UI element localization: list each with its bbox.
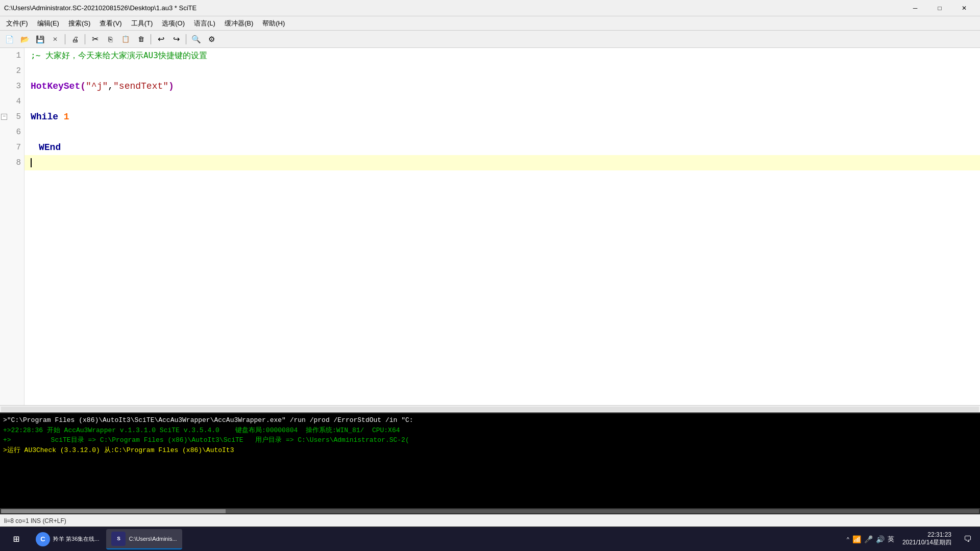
scite-icon: S bbox=[111, 532, 126, 546]
code-string-2: "sendText" bbox=[113, 81, 168, 91]
maximize-button[interactable]: □ bbox=[928, 1, 951, 15]
code-func-hotkeyset: HotKeySet bbox=[31, 81, 80, 91]
macro-button[interactable]: ⚙ bbox=[204, 33, 218, 46]
toolbar-sep-2 bbox=[85, 34, 85, 44]
line-num-7: 7 bbox=[0, 140, 24, 155]
code-space-5 bbox=[58, 112, 64, 122]
code-content[interactable]: ;~ 大家好，今天来给大家演示AU3快捷键的设置 HotKeySet("^j",… bbox=[24, 48, 980, 405]
line-num-5: − 5 bbox=[0, 109, 24, 124]
line-num-1: 1 bbox=[0, 48, 24, 63]
menu-help[interactable]: 帮助(H) bbox=[258, 17, 289, 30]
taskbar-task-scite[interactable]: S C:\Users\Adminis... bbox=[106, 529, 182, 549]
chrome-task-label: 羚羊 第36集在线... bbox=[53, 535, 99, 543]
code-comma-3: , bbox=[108, 81, 113, 91]
toolbar-sep-4 bbox=[186, 34, 186, 44]
code-line-8 bbox=[24, 155, 980, 170]
menu-file[interactable]: 文件(F) bbox=[2, 17, 32, 30]
start-button[interactable]: ⊞ bbox=[4, 529, 29, 549]
status-text: li=8 co=1 INS (CR+LF) bbox=[4, 517, 976, 524]
output-line-3: +> SciTE目录 => C:\Program Files (x86)\Aut… bbox=[3, 435, 977, 445]
paste-button[interactable]: 📋 bbox=[118, 33, 133, 46]
close-file-button[interactable]: ✕ bbox=[48, 33, 62, 46]
output-panel: >"C:\Program Files (x86)\AutoIt3\SciTE\A… bbox=[0, 412, 980, 514]
code-comment-1: ;~ 大家好，今天来给大家演示AU3快捷键的设置 bbox=[31, 51, 207, 61]
output-scrollbar[interactable] bbox=[0, 508, 980, 514]
copy-button[interactable]: ⎘ bbox=[103, 33, 117, 46]
line-num-6: 6 bbox=[0, 124, 24, 140]
undo-button[interactable]: ↩ bbox=[154, 33, 168, 46]
line-num-2: 2 bbox=[0, 63, 24, 79]
network-icon: 📶 bbox=[852, 535, 861, 543]
menu-search[interactable]: 搜索(S) bbox=[64, 17, 94, 30]
output-line-2: +>22:28:36 开始 AccAu3Wrapper v.1.3.1.0 Sc… bbox=[3, 425, 977, 436]
close-button[interactable]: ✕ bbox=[952, 1, 976, 15]
output-line-4: >运行 AU3Check (3.3.12.0) 从:C:\Program Fil… bbox=[3, 445, 977, 456]
code-line-3: HotKeySet("^j","sendText") bbox=[24, 79, 980, 94]
delete-button[interactable]: 🗑 bbox=[134, 33, 148, 46]
taskbar: ⊞ C 羚羊 第36集在线... S C:\Users\Adminis... ^… bbox=[0, 527, 980, 551]
start-icon: ⊞ bbox=[13, 533, 19, 545]
text-cursor bbox=[31, 158, 32, 167]
scite-task-label: C:\Users\Adminis... bbox=[129, 536, 177, 542]
new-button[interactable]: 📄 bbox=[2, 33, 16, 46]
output-line-1: >"C:\Program Files (x86)\AutoIt3\SciTE\A… bbox=[3, 415, 977, 425]
print-button[interactable]: 🖨 bbox=[68, 33, 82, 46]
output-hscroll-thumb bbox=[1, 509, 226, 513]
code-line-6 bbox=[24, 124, 980, 140]
save-button[interactable]: 💾 bbox=[33, 33, 47, 46]
code-keyword-while: While bbox=[31, 112, 58, 122]
code-line-7: WEnd bbox=[24, 140, 980, 155]
mic-icon: 🎤 bbox=[864, 535, 873, 543]
output-hscroll-track bbox=[1, 509, 979, 513]
menu-edit[interactable]: 编辑(E) bbox=[33, 17, 63, 30]
code-line-1: ;~ 大家好，今天来给大家演示AU3快捷键的设置 bbox=[24, 48, 980, 63]
clock[interactable]: 22:31:23 2021/10/14星期四 bbox=[898, 531, 955, 547]
open-button[interactable]: 📂 bbox=[17, 33, 32, 46]
system-tray-icons: ^ 📶 🎤 🔊 英 bbox=[847, 535, 894, 544]
clock-date: 2021/10/14星期四 bbox=[902, 538, 951, 547]
main-area: 1 2 3 4 − 5 6 7 8 ;~ 大家好，今天来给大家演示AU3快捷键的… bbox=[0, 48, 980, 527]
line-numbers: 1 2 3 4 − 5 6 7 8 bbox=[0, 48, 24, 405]
redo-button[interactable]: ↪ bbox=[169, 33, 183, 46]
notification-icon[interactable]: 🗨 bbox=[960, 531, 976, 547]
line-num-3: 3 bbox=[0, 79, 24, 94]
menu-buffer[interactable]: 缓冲器(B) bbox=[220, 17, 257, 30]
menu-language[interactable]: 语言(L) bbox=[190, 17, 219, 30]
minimize-button[interactable]: ─ bbox=[903, 1, 927, 15]
menu-view[interactable]: 查看(V) bbox=[95, 17, 126, 30]
code-number-1: 1 bbox=[64, 112, 69, 122]
window-title: C:\Users\Administrator.SC-202102081526\D… bbox=[4, 4, 197, 12]
window-controls: ─ □ ✕ bbox=[903, 1, 976, 15]
taskbar-right: ^ 📶 🎤 🔊 英 22:31:23 2021/10/14星期四 🗨 bbox=[847, 531, 976, 547]
volume-icon: 🔊 bbox=[876, 535, 885, 543]
line-num-8: 8 bbox=[0, 155, 24, 170]
input-method-icon[interactable]: 英 bbox=[888, 535, 894, 544]
taskbar-task-chrome[interactable]: C 羚羊 第36集在线... bbox=[31, 529, 104, 549]
code-line-4 bbox=[24, 94, 980, 109]
find-button[interactable]: 🔍 bbox=[189, 33, 203, 46]
clock-time: 22:31:23 bbox=[927, 531, 951, 538]
menu-bar: 文件(F) 编辑(E) 搜索(S) 查看(V) 工具(T) 选项(O) 语言(L… bbox=[0, 16, 980, 31]
toolbar: 📄 📂 💾 ✕ 🖨 ✂ ⎘ 📋 🗑 ↩ ↪ 🔍 ⚙ bbox=[0, 31, 980, 48]
code-keyword-wend: WEnd bbox=[39, 142, 61, 153]
editor-hscroll[interactable] bbox=[0, 405, 980, 412]
menu-tools[interactable]: 工具(T) bbox=[127, 17, 157, 30]
code-line-5: While 1 bbox=[24, 109, 980, 124]
status-bar: li=8 co=1 INS (CR+LF) bbox=[0, 514, 980, 527]
output-content: >"C:\Program Files (x86)\AutoIt3\SciTE\A… bbox=[0, 413, 980, 508]
line-num-4: 4 bbox=[0, 94, 24, 109]
toolbar-sep-1 bbox=[65, 34, 65, 44]
menu-options[interactable]: 选项(O) bbox=[158, 17, 189, 30]
editor-hscroll-track bbox=[1, 407, 979, 412]
cut-button[interactable]: ✂ bbox=[88, 33, 102, 46]
code-string-1: "^j" bbox=[86, 81, 108, 91]
toolbar-sep-3 bbox=[151, 34, 151, 44]
code-paren-open-3: ( bbox=[80, 81, 86, 91]
chrome-icon: C bbox=[36, 532, 50, 546]
title-bar: C:\Users\Administrator.SC-202102081526\D… bbox=[0, 0, 980, 16]
code-paren-close-3: ) bbox=[168, 81, 174, 91]
fold-box-5[interactable]: − bbox=[1, 114, 7, 120]
code-line-2 bbox=[24, 63, 980, 79]
tray-expand-icon[interactable]: ^ bbox=[847, 536, 849, 542]
editor-area[interactable]: 1 2 3 4 − 5 6 7 8 ;~ 大家好，今天来给大家演示AU3快捷键的… bbox=[0, 48, 980, 405]
